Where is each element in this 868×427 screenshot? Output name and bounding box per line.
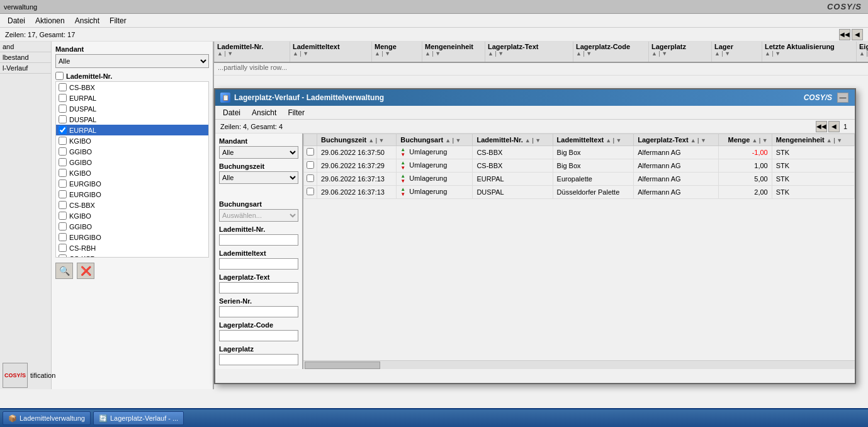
table-row[interactable]: 29.06.2022 16:37:50 ▲▼ Umlagerung CS-BBX… — [304, 146, 855, 159]
col-menge: Menge ▲ | ▼ — [372, 42, 422, 62]
checkbox-eurgibo1[interactable] — [59, 179, 67, 188]
modal-filter-mandant-select[interactable]: Alle — [219, 146, 298, 159]
row-mengeneinheit-2: STK — [772, 159, 854, 173]
bg-menu-filter[interactable]: Filter — [104, 15, 132, 26]
modal-filter-serien-nr-input[interactable] — [219, 306, 298, 317]
modal-filter-lagerplatz-text-input[interactable] — [219, 282, 298, 293]
row-lagerplatz-text-4: Alfermann AG — [634, 186, 719, 199]
modal-scrollbar-thumb[interactable] — [305, 362, 380, 369]
bg-menu-datei[interactable]: Datei — [3, 15, 30, 26]
checkbox-kgibo2[interactable] — [59, 169, 67, 177]
sidebar-item-and[interactable]: and — [0, 42, 51, 52]
filter-mandant: Mandant Alle — [55, 45, 209, 68]
row-lademittel-nr-2: CS-BBX — [473, 159, 553, 173]
modal-filter-mandant: Mandant Alle — [219, 137, 298, 159]
modal-table-area: Buchungszeit▲ | ▼ Buchungsart▲ | ▼ Ladem… — [303, 134, 855, 369]
modal-filter-buchungsart-label: Buchungsart — [219, 200, 298, 208]
taskbar-btn-lademittelverwaltung[interactable]: 📦 Lademittelverwaltung — [3, 411, 91, 425]
bg-menu-aktionen[interactable]: Aktionen — [30, 15, 70, 26]
modal-filter-serien-nr-label: Serien-Nr. — [219, 297, 298, 305]
col-header-mengeneinheit[interactable]: Mengeneinheit▲ | ▼ — [772, 134, 854, 146]
checkbox-csrbh[interactable] — [59, 244, 67, 252]
modal-filter-lagerplatz-code-input[interactable] — [219, 330, 298, 341]
bg-title: verwaltung — [4, 3, 37, 11]
checkbox-csbbx[interactable] — [59, 83, 67, 91]
row-buchungszeit-1: 29.06.2022 16:37:50 — [317, 146, 397, 159]
modal-filter-buchungszeit-select[interactable]: Alle — [219, 171, 298, 184]
checkbox-row-ggibo1: GGIBO — [56, 146, 208, 157]
bg-menubar: Datei Aktionen Ansicht Filter — [0, 14, 868, 28]
bg-table-row-partial: ...partially visible row... — [214, 63, 868, 76]
modal-menu-ansicht[interactable]: Ansicht — [247, 107, 281, 118]
filter-clear-btn[interactable]: ❌ — [77, 263, 94, 279]
filter-mandant-select[interactable]: Alle — [55, 54, 209, 68]
modal-filter-lademittel-nr-label: Lademittel-Nr. — [219, 225, 298, 233]
sidebar-item-lbestand[interactable]: lbestand — [0, 52, 51, 63]
col-header-buchungszeit[interactable]: Buchungszeit▲ | ▼ — [317, 134, 397, 146]
modal-filter-buchungsart: Buchungsart Auswählen... — [219, 200, 298, 222]
checkbox-eurgibo2[interactable] — [59, 190, 67, 198]
bg-nav-arrows: ◀◀ ◀ — [839, 29, 863, 40]
bg-nav-prev[interactable]: ◀ — [852, 29, 863, 40]
modal-nav-first[interactable]: ◀◀ — [816, 121, 827, 132]
checkbox-eurgibo3[interactable] — [59, 233, 67, 241]
taskbar-icon-1: 📦 — [8, 414, 17, 423]
col-lagerplatz: Lagerplatz ▲ | ▼ — [649, 42, 712, 62]
modal-menubar: Datei Ansicht Filter — [215, 106, 855, 120]
checkbox-kgibo1[interactable] — [59, 137, 67, 145]
col-eigenschaft: Eigensch... ▲ | ▼ — [857, 42, 868, 62]
modal-nav-prev[interactable]: ◀ — [828, 121, 840, 132]
modal-filter-lagerplatz-code: Lagerplatz-Code — [219, 321, 298, 341]
col-letzte-aktualisierung: Letzte Aktualisierung ▲ | ▼ — [762, 42, 857, 62]
row-checkbox-4[interactable] — [304, 186, 317, 199]
bg-table-header: Lademittel-Nr. ▲ | ▼ Lademitteltext ▲ | … — [214, 42, 868, 63]
modal-filter-lademitteltext-label: Lademitteltext — [219, 249, 298, 257]
modal-table-scroll[interactable]: Buchungszeit▲ | ▼ Buchungsart▲ | ▼ Ladem… — [303, 134, 855, 360]
bg-nav-first[interactable]: ◀◀ — [839, 29, 850, 40]
bg-menu-ansicht[interactable]: Ansicht — [70, 15, 104, 26]
checkbox-row-ggibo3: GGIBO — [56, 221, 208, 232]
table-row[interactable]: 29.06.2022 16:37:13 ▲▼ Umlagerung EURPAL… — [304, 173, 855, 186]
checkbox-kgibo3[interactable] — [59, 212, 67, 220]
row-checkbox-3[interactable] — [304, 173, 317, 186]
checkbox-duspal1[interactable] — [59, 105, 67, 113]
modal-table-body: 29.06.2022 16:37:50 ▲▼ Umlagerung CS-BBX… — [304, 146, 855, 199]
col-header-lagerplatz-text[interactable]: Lagerplatz-Text▲ | ▼ — [634, 134, 719, 146]
modal-data-table: Buchungszeit▲ | ▼ Buchungsart▲ | ▼ Ladem… — [303, 134, 855, 199]
modal-filter-buchungsart-select[interactable]: Auswählen... — [219, 209, 298, 222]
modal-filter-lademitteltext-input[interactable] — [219, 258, 298, 270]
checkbox-csbbx2[interactable] — [59, 201, 67, 209]
filter-search-btn[interactable]: 🔍 — [55, 263, 73, 279]
modal-scrollbar-h[interactable] — [303, 360, 855, 369]
checkbox-row-kgibo1: KGIBO — [56, 135, 208, 146]
checkbox-ggibo2[interactable] — [59, 158, 67, 166]
modal-statusbar: Zeilen: 4, Gesamt: 4 ◀◀ ◀ 1 — [215, 120, 855, 134]
taskbar-btn-lagerplatz-verlauf[interactable]: 🔄 Lagerplatz-Verlauf - ... — [93, 411, 184, 425]
modal-filter-serien-nr: Serien-Nr. — [219, 297, 298, 317]
modal-logo: COSY/S — [804, 93, 832, 102]
col-header-menge[interactable]: Menge▲ | ▼ — [719, 134, 772, 146]
filter-select-all-checkbox[interactable] — [55, 72, 64, 80]
checkbox-duspal2[interactable] — [59, 115, 67, 123]
modal-minimize-btn[interactable]: — — [837, 93, 848, 103]
checkbox-row-csbbx: CS-BBX — [56, 82, 208, 93]
col-header-lademittel-nr[interactable]: Lademittel-Nr.▲ | ▼ — [473, 134, 553, 146]
col-header-buchungsart[interactable]: Buchungsart▲ | ▼ — [397, 134, 473, 146]
row-checkbox-1[interactable] — [304, 146, 317, 159]
sidebar-item-lverlauf[interactable]: l-Verlauf — [0, 63, 51, 74]
checkbox-ggibo3[interactable] — [59, 222, 67, 231]
table-row[interactable]: 29.06.2022 16:37:13 ▲▼ Umlagerung DUSPAL… — [304, 186, 855, 199]
checkbox-row-duspal2: DUSPAL — [56, 114, 208, 125]
checkbox-ggibo1[interactable] — [59, 147, 67, 156]
modal-menu-filter[interactable]: Filter — [283, 107, 310, 118]
modal-filter-lagerplatz-input[interactable] — [219, 354, 298, 365]
checkbox-eurpal2[interactable] — [59, 126, 67, 134]
row-checkbox-2[interactable] — [304, 159, 317, 173]
checkbox-csksp[interactable] — [59, 254, 67, 258]
col-header-lademitteltext[interactable]: Lademitteltext▲ | ▼ — [553, 134, 634, 146]
modal-filter-lademittel-nr-input[interactable] — [219, 234, 298, 246]
table-row[interactable]: 29.06.2022 16:37:29 ▲▼ Umlagerung CS-BBX… — [304, 159, 855, 173]
modal-menu-datei[interactable]: Datei — [218, 107, 245, 118]
checkbox-eurpal1[interactable] — [59, 94, 67, 102]
filter-panel: Mandant Alle Lademittel-Nr. CS-BBX EURPA… — [52, 42, 214, 389]
